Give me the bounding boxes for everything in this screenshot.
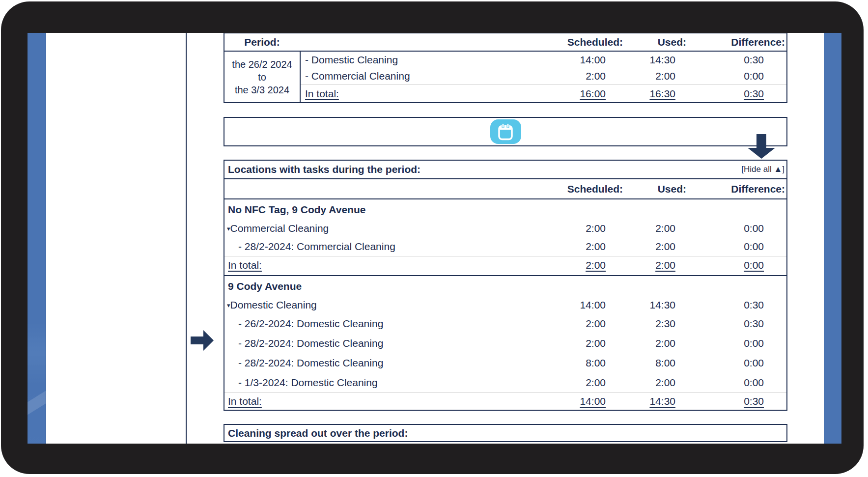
in-total-row: In total: 16:00 16:30 0:30 (301, 84, 786, 102)
locations-columns-header-row: Scheduled: Used: Difference: (224, 179, 786, 199)
period-table-body: the 26/2 2024 to the 3/3 2024 - Domestic… (224, 52, 786, 102)
used-value: 2:00 (624, 237, 688, 256)
table-row: - Commercial Cleaning 2:00 2:00 0:00 (301, 68, 786, 84)
scheduled-column-header: Scheduled: (511, 179, 624, 198)
task-column-header (300, 33, 511, 51)
task-group-name: Commercial Cleaning (230, 223, 329, 234)
period-range-line: to (258, 71, 266, 84)
scheduled-total: 2:00 (511, 256, 624, 275)
table-row: - Domestic Cleaning 14:00 14:30 0:30 (301, 52, 786, 68)
difference-column-header: Difference: (688, 33, 786, 51)
location-section: 9 Cody Avenue ▾Domestic Cleaning 14:00 1… (224, 276, 786, 410)
right-blue-bar (824, 33, 841, 444)
arrow-stem (756, 134, 766, 148)
period-table-rows: - Domestic Cleaning 14:00 14:30 0:30 - C… (301, 52, 786, 102)
annotation-arrow-down-icon (748, 134, 775, 159)
difference-total: 0:30 (688, 85, 786, 102)
task-entry-label: - 1/3-2024: Domestic Cleaning (224, 373, 511, 393)
used-value: 2:00 (624, 334, 688, 353)
arrow-head (748, 148, 775, 159)
scheduled-value: 8:00 (511, 353, 624, 373)
used-value: 14:30 (624, 296, 688, 314)
difference-total: 0:00 (688, 256, 786, 275)
scheduled-value: 2:00 (511, 219, 624, 237)
used-column-header: Used: (624, 179, 688, 198)
calendar-toolbar-box (224, 117, 787, 146)
in-total-label: In total: (224, 393, 511, 410)
used-value: 14:30 (624, 52, 688, 68)
locations-table: Locations with tasks during the period: … (224, 160, 787, 411)
cleaning-spread-title: Cleaning spread out over the period: (224, 425, 786, 442)
annotation-arrow-right-icon (191, 330, 214, 351)
task-entry-label: - 28/2-2024: Domestic Cleaning (224, 334, 511, 353)
task-group-name: Domestic Cleaning (230, 299, 317, 310)
scheduled-value: 2:00 (511, 373, 624, 393)
task-group-row: ▾Domestic Cleaning 14:00 14:30 0:30 (224, 296, 786, 314)
task-group-label: ▾Commercial Cleaning (224, 219, 511, 237)
collapse-icon[interactable]: ▾ (227, 220, 230, 237)
scheduled-value: 2:00 (511, 314, 624, 334)
bar-highlight-streak (28, 391, 46, 415)
used-value: 2:00 (624, 219, 688, 237)
scheduled-value: 2:00 (511, 68, 624, 84)
period-range-line: the 3/3 2024 (235, 84, 289, 96)
scheduled-total: 14:00 (511, 393, 624, 410)
left-blue-bar (28, 33, 46, 444)
task-group-row: ▾Commercial Cleaning 2:00 2:00 0:00 (224, 219, 786, 237)
scheduled-value: 2:00 (511, 237, 624, 256)
used-value: 8:00 (624, 353, 688, 373)
in-total-row: In total: 14:00 14:30 0:30 (224, 393, 786, 410)
used-value: 2:30 (624, 314, 688, 334)
period-table-header-row: Period: Scheduled: Used: Difference: (224, 33, 786, 52)
task-entry-label: - 26/2-2024: Domestic Cleaning (224, 314, 511, 334)
period-summary-table: Period: Scheduled: Used: Difference: the… (224, 33, 787, 103)
difference-column-header: Difference: (688, 179, 786, 198)
location-column-header (224, 179, 511, 198)
difference-value: 0:30 (688, 314, 786, 334)
task-entry-label: - 28/2-2024: Domestic Cleaning (224, 353, 511, 373)
difference-value: 0:00 (688, 237, 786, 256)
report-content: Period: Scheduled: Used: Difference: the… (224, 33, 787, 444)
difference-value: 0:00 (688, 219, 786, 237)
difference-value: 0:00 (688, 334, 786, 353)
in-total-row: In total: 2:00 2:00 0:00 (224, 256, 786, 276)
used-value: 2:00 (624, 373, 688, 393)
collapse-icon[interactable]: ▾ (227, 296, 230, 314)
task-entry-row: - 26/2-2024: Domestic Cleaning 2:00 2:30… (224, 314, 786, 334)
task-entry-row: - 28/2-2024: Domestic Cleaning 2:00 2:00… (224, 334, 786, 353)
period-range-line: the 26/2 2024 (232, 58, 292, 71)
scheduled-column-header: Scheduled: (511, 33, 624, 51)
location-name-row: No NFC Tag, 9 Cody Avenue (224, 199, 786, 219)
calendar-icon (497, 122, 514, 141)
difference-total: 0:30 (688, 393, 786, 410)
difference-value: 0:00 (688, 353, 786, 373)
used-total: 16:30 (624, 85, 688, 102)
task-entry-label: - 28/2-2024: Commercial Cleaning (224, 237, 511, 256)
difference-value: 0:30 (688, 296, 786, 314)
in-total-label: In total: (224, 256, 511, 275)
used-column-header: Used: (624, 33, 688, 51)
arrow-stem (191, 337, 204, 344)
used-total: 14:30 (624, 393, 688, 410)
period-column-header: Period: (224, 33, 300, 51)
location-name-row: 9 Cody Avenue (224, 276, 786, 296)
location-section: No NFC Tag, 9 Cody Avenue ▾Commercial Cl… (224, 199, 786, 276)
scheduled-total: 16:00 (511, 85, 624, 102)
difference-value: 0:30 (688, 52, 786, 68)
difference-value: 0:00 (688, 68, 786, 84)
screenshot-canvas: Period: Scheduled: Used: Difference: the… (0, 0, 868, 477)
task-entry-row: - 28/2-2024: Commercial Cleaning 2:00 2:… (224, 237, 786, 256)
in-total-label: In total: (301, 85, 511, 102)
cleaning-spread-box: Cleaning spread out over the period: (224, 424, 787, 442)
locations-title-row: Locations with tasks during the period: … (224, 161, 786, 179)
page-column-divider (186, 33, 187, 444)
task-entry-row: - 28/2-2024: Domestic Cleaning 8:00 8:00… (224, 353, 786, 373)
task-label: - Domestic Cleaning (301, 52, 511, 68)
locations-title: Locations with tasks during the period: (224, 164, 420, 175)
task-entry-row: - 1/3-2024: Domestic Cleaning 2:00 2:00 … (224, 373, 786, 393)
scheduled-value: 2:00 (511, 334, 624, 353)
hide-all-link[interactable]: [Hide all ▲] (741, 165, 786, 174)
arrow-head (203, 330, 214, 351)
task-group-label: ▾Domestic Cleaning (224, 296, 511, 314)
calendar-button[interactable] (490, 119, 521, 144)
